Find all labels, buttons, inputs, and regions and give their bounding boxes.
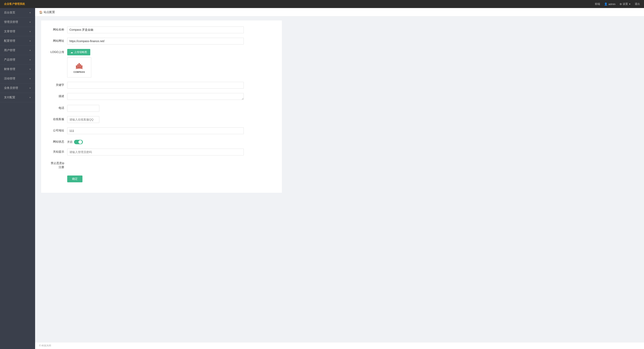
admin-section: 👤 admin <box>604 2 616 6</box>
settings-section[interactable]: ⚙ 设置 ▼ <box>620 2 631 6</box>
sidebar: 后台首页 ▼ 管理员管理 ▼ 文章管理 ▼ 配置管理 ▼ 用户管理 ▼ 产品管理… <box>0 8 35 349</box>
frontend-link[interactable]: 前端 <box>595 2 600 6</box>
close-hint-label: 关站提示 <box>49 149 67 154</box>
site-status-control: 开启 <box>67 138 274 144</box>
sidebar-item-admin-management[interactable]: 管理员管理 ▼ <box>0 18 35 27</box>
sidebar-item-payment-config[interactable]: 支付配置 ▼ <box>0 93 35 102</box>
address-row: 公司地址 <box>49 127 274 134</box>
site-status-label: 网站状态 <box>49 138 67 144</box>
main-content: 🏠 站点配置 网站名称 网站网址 <box>35 8 644 349</box>
description-control <box>67 93 274 100</box>
breadcrumb: 🏠 站点配置 <box>39 10 55 14</box>
upload-btn-label: 上传缩略图 <box>74 50 87 54</box>
footer-copyright: © 科技兴邦 <box>39 344 51 347</box>
site-status-toggle[interactable] <box>74 140 83 144</box>
svg-rect-1 <box>77 64 78 68</box>
toggle-wrap: 开启 <box>67 138 274 144</box>
logo-text: COMPASS <box>74 71 85 73</box>
phone-label: 电话 <box>49 105 67 110</box>
form-card: 网站名称 网站网址 LOGO上传 <box>41 20 282 193</box>
site-status-on-label: 开启 <box>67 140 72 144</box>
page-footer: © 科技兴邦 <box>35 342 644 349</box>
close-hint-input[interactable] <box>67 149 244 156</box>
sidebar-item-label: 文章管理 <box>4 30 15 33</box>
address-input[interactable] <box>67 127 244 134</box>
confirm-button[interactable]: 确定 <box>67 176 82 182</box>
site-url-label: 网站网址 <box>49 38 67 43</box>
logo-preview: COMPASS <box>67 57 91 78</box>
online-service-control <box>67 116 274 123</box>
site-name-control <box>67 26 274 33</box>
sidebar-item-label: 用户管理 <box>4 48 15 52</box>
site-url-input[interactable] <box>67 38 244 44</box>
keyword-input[interactable] <box>67 82 244 89</box>
layout: 后台首页 ▼ 管理员管理 ▼ 文章管理 ▼ 配置管理 ▼ 用户管理 ▼ 产品管理… <box>0 8 644 349</box>
close-hint-control <box>67 149 274 156</box>
chevron-icon: ▼ <box>29 96 31 99</box>
ban-ip-row: 禁止恶意ip注册 <box>49 160 274 169</box>
sidebar-item-activity-management[interactable]: 活动管理 ▼ <box>0 74 35 84</box>
svg-rect-2 <box>79 63 80 68</box>
site-name-input[interactable] <box>67 26 244 33</box>
site-name-row: 网站名称 <box>49 26 274 33</box>
sidebar-item-label: 产品管理 <box>4 58 15 62</box>
chevron-icon: ▼ <box>29 59 31 61</box>
sidebar-item-label: 后台首页 <box>4 11 15 14</box>
sidebar-item-sales-management[interactable]: 业务员管理 ▼ <box>0 84 35 93</box>
site-status-row: 网站状态 开启 <box>49 138 274 144</box>
content-area: 网站名称 网站网址 LOGO上传 <box>35 16 644 342</box>
upload-thumbnail-button[interactable]: ☁ 上传缩略图 <box>67 49 90 55</box>
svg-rect-4 <box>81 66 82 68</box>
chevron-icon: ▼ <box>29 40 31 42</box>
gear-icon: ⚙ <box>620 2 622 6</box>
app-title: 企业客户管理系统 <box>4 2 25 6</box>
description-input[interactable] <box>67 93 244 100</box>
top-header: 企业客户管理系统 前端 👤 admin ⚙ 设置 ▼ 退出 <box>0 0 644 8</box>
confirm-control: 确定 <box>67 174 274 182</box>
phone-input[interactable] <box>67 105 99 112</box>
chevron-icon: ▼ <box>29 21 31 23</box>
svg-rect-3 <box>80 64 81 68</box>
sidebar-item-finance-management[interactable]: 财务管理 ▼ <box>0 64 35 74</box>
site-url-control <box>67 38 274 44</box>
online-service-row: 在线客服 <box>49 116 274 123</box>
site-name-label: 网站名称 <box>49 26 67 32</box>
sidebar-item-article-management[interactable]: 文章管理 ▼ <box>0 27 35 36</box>
chevron-icon: ▼ <box>29 87 31 89</box>
admin-label: admin <box>608 2 616 6</box>
online-service-input[interactable] <box>67 116 99 123</box>
sidebar-item-label: 支付配置 <box>4 96 15 99</box>
logout-link[interactable]: 退出 <box>635 2 640 6</box>
admin-icon: 👤 <box>604 2 608 6</box>
sidebar-item-label: 财务管理 <box>4 68 15 71</box>
keyword-row: 关键字 <box>49 82 274 89</box>
sidebar-item-config-management[interactable]: 配置管理 ▼ <box>0 36 35 46</box>
toggle-slider <box>74 140 83 144</box>
page-title: 站点配置 <box>44 10 55 14</box>
online-service-label: 在线客服 <box>49 116 67 121</box>
logo-control: ☁ 上传缩略图 <box>67 49 274 78</box>
logo-row: LOGO上传 ☁ 上传缩略图 <box>49 49 274 78</box>
sidebar-item-label: 业务员管理 <box>4 86 18 90</box>
address-label: 公司地址 <box>49 127 67 132</box>
keyword-label: 关键字 <box>49 82 67 87</box>
chevron-icon: ▼ <box>29 12 31 14</box>
sidebar-item-label: 配置管理 <box>4 39 15 43</box>
description-row: 描述 <box>49 93 274 100</box>
sidebar-item-user-management[interactable]: 用户管理 ▼ <box>0 46 35 55</box>
logo-label: LOGO上传 <box>49 49 67 54</box>
phone-control <box>67 105 274 112</box>
sidebar-item-label: 活动管理 <box>4 77 15 80</box>
site-url-row: 网站网址 <box>49 38 274 44</box>
header-right: 前端 👤 admin ⚙ 设置 ▼ 退出 <box>595 2 640 6</box>
ban-ip-label: 禁止恶意ip注册 <box>49 160 67 169</box>
page-header: 🏠 站点配置 <box>35 8 644 16</box>
sidebar-item-dashboard[interactable]: 后台首页 ▼ <box>0 8 35 18</box>
home-icon: 🏠 <box>39 11 42 14</box>
sidebar-item-product-management[interactable]: 产品管理 ▼ <box>0 55 35 64</box>
close-hint-row: 关站提示 <box>49 149 274 156</box>
chevron-down-icon: ▼ <box>629 3 631 5</box>
compass-logo-icon <box>74 62 84 70</box>
compass-logo: COMPASS <box>74 62 85 73</box>
address-control <box>67 127 274 134</box>
